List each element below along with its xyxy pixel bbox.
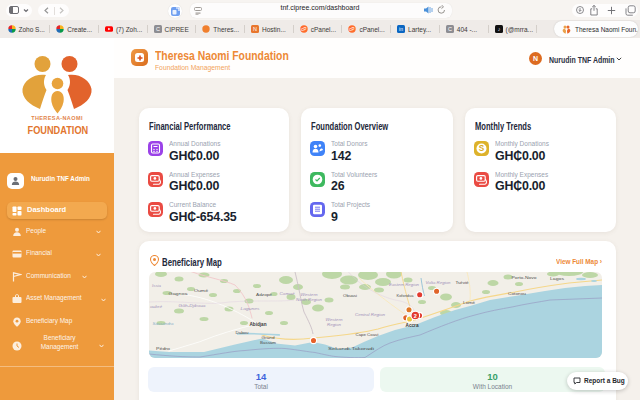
svg-text:Comoé: Comoé bbox=[280, 291, 296, 296]
svg-text:C: C bbox=[156, 26, 160, 32]
svg-text:Adzopé: Adzopé bbox=[256, 292, 273, 297]
svg-text:N: N bbox=[253, 26, 257, 32]
svg-text:2: 2 bbox=[414, 313, 417, 319]
svg-text:Gôh-Djiboua: Gôh-Djiboua bbox=[179, 303, 207, 308]
svg-text:Tsévié: Tsévié bbox=[456, 280, 470, 285]
svg-text:oubré: oubré bbox=[150, 304, 163, 309]
svg-text:Cotonou: Cotonou bbox=[508, 291, 527, 296]
svg-text:Koforidua: Koforidua bbox=[397, 293, 415, 298]
svg-text:Gagnoa: Gagnoa bbox=[169, 291, 189, 296]
svg-text:Region: Region bbox=[327, 322, 342, 327]
svg-text:♪: ♪ bbox=[497, 26, 500, 32]
svg-text:Issia: Issia bbox=[152, 283, 162, 288]
svg-text:Lagos: Lagos bbox=[550, 276, 564, 281]
svg-text:Cape Coast: Cape Coast bbox=[356, 332, 380, 337]
svg-text:Sassandra: Sassandra bbox=[153, 321, 175, 326]
svg-text:cP: cP bbox=[350, 27, 355, 32]
svg-text:S: S bbox=[479, 144, 485, 153]
svg-text:Central Region: Central Region bbox=[355, 312, 386, 317]
svg-text:Dabou: Dabou bbox=[236, 330, 250, 335]
svg-text:Eastern Region: Eastern Region bbox=[389, 282, 420, 287]
svg-text:cP: cP bbox=[301, 27, 306, 32]
svg-text:in: in bbox=[399, 26, 403, 32]
svg-text:Porto-Novo: Porto-Novo bbox=[512, 275, 538, 280]
svg-text:Pédro: Pédro bbox=[156, 346, 171, 351]
svg-text:Abidjan: Abidjan bbox=[250, 321, 267, 327]
svg-text:Bassam: Bassam bbox=[260, 340, 276, 345]
svg-text:Volta Region: Volta Region bbox=[426, 280, 452, 285]
svg-text:North Region: North Region bbox=[296, 297, 323, 302]
svg-text:Accra: Accra bbox=[406, 322, 419, 328]
svg-text:C: C bbox=[448, 26, 452, 32]
svg-text:Oumé: Oumé bbox=[194, 288, 209, 293]
svg-text:Lomé: Lomé bbox=[463, 300, 476, 305]
svg-text:Obuasi: Obuasi bbox=[343, 293, 357, 298]
svg-text:Sekondi-Takoradi: Sekondi-Takoradi bbox=[328, 346, 374, 351]
svg-text:Lagunes: Lagunes bbox=[241, 306, 261, 311]
